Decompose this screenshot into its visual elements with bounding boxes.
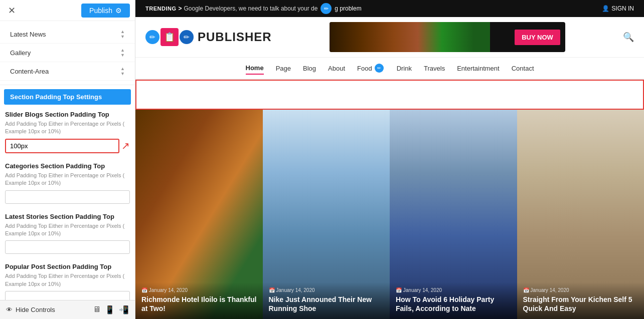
food-pencil-icon: ✏ [375,64,384,73]
sidebar-item-gallery[interactable]: Gallery ▲▼ [0,44,135,62]
search-icon[interactable]: 🔍 [623,32,634,43]
nav-food-label: Food [357,65,372,72]
nav-item-about[interactable]: About [328,63,345,74]
logo-pencil-icon: ✏ [145,30,159,44]
latest-stories-setting: Latest Stories Section Padding Top Add P… [5,213,130,254]
trending-bar: TRENDING > Google Developers, we need to… [135,0,644,17]
buy-now-button[interactable]: BUY NOW [515,30,560,45]
nav-item-food[interactable]: Food ✏ [357,62,385,75]
card-2-overlay: 📅 January 14, 2020 Nike Just Announed Th… [263,282,390,319]
card-4: 📅 January 14, 2020 Straight From Your Ki… [517,110,645,319]
bottom-bar: 👁 Hide Controls 🖥 📱 📲 [0,300,135,319]
red-bordered-section [135,80,644,110]
popular-post-setting: Popular Post Section Padding Top Add Pad… [5,263,130,300]
popular-post-input[interactable] [5,291,130,300]
sidebar-item-label: Content-Area [10,68,49,75]
slider-blogs-setting: Slider Blogs Section Padding Top Add Pad… [5,111,130,153]
nav-item-travels[interactable]: Travels [424,63,445,74]
nav-item-drink[interactable]: Drink [397,63,412,74]
card-3-title: How To Avoid 6 Holiday Party Fails, Acco… [396,295,511,313]
card-1-date: 📅 January 14, 2020 [141,287,257,293]
trending-suffix: g problem [335,5,361,12]
latest-stories-input[interactable] [5,240,130,254]
publish-label: Publish [89,7,112,15]
popular-post-title: Popular Post Section Padding Top [5,263,130,270]
person-icon: 👤 [602,5,609,12]
arrows-icon: ▲▼ [120,66,125,76]
nav-bar: Home Page Blog About Food ✏ Drink Travel… [135,58,644,80]
logo-icons: ✏ 📋 ✏ [145,28,194,46]
ad-banner: BUY NOW [330,22,565,52]
nav-item-page[interactable]: Page [276,63,291,74]
slider-blogs-input[interactable] [5,139,119,153]
left-panel: ✕ Publish ⚙ Latest News ▲▼ Gallery ▲▼ Co… [0,0,135,319]
sidebar-item-label: Gallery [10,49,31,57]
publisher-header: ✏ 📋 ✏ PUBLISHER BUY NOW 🔍 [135,17,644,58]
latest-stories-desc: Add Padding Top Either in Percentage or … [5,222,130,238]
arrow-indicator-icon: ↗ [121,140,130,152]
pencil-icon: ✏ [320,3,332,14]
logo-book-icon: 📋 [160,28,179,46]
card-1: 📅 January 14, 2020 Richmonde Hotel Iloil… [135,110,263,319]
logo-pencil2-icon: ✏ [180,30,194,44]
tablet-icon[interactable]: 📱 [105,305,115,314]
right-panel: TRENDING > Google Developers, we need to… [135,0,644,319]
slider-blogs-desc: Add Padding Top Either in Percentage or … [5,120,130,136]
categories-input[interactable] [5,190,130,204]
hide-controls-button[interactable]: 👁 Hide Controls [6,306,55,313]
card-2-title: Nike Just Announed Their New Running Sho… [269,295,384,313]
slider-blogs-title: Slider Blogs Section Padding Top [5,111,130,118]
nav-item-contact[interactable]: Contact [512,63,534,74]
section-padding-header: Section Padding Top Settings [4,89,131,105]
nav-item-blog[interactable]: Blog [303,63,316,74]
settings-content: Slider Blogs Section Padding Top Add Pad… [0,105,135,300]
close-button[interactable]: ✕ [5,4,19,17]
card-3: 📅 January 14, 2020 How To Avoid 6 Holida… [390,110,517,319]
desktop-icon[interactable]: 🖥 [93,305,101,314]
card-4-title: Straight From Your Kichen Self 5 Quick A… [523,295,638,313]
view-icons: 🖥 📱 📲 [93,305,129,314]
gear-icon: ⚙ [115,7,122,15]
sidebar-item-content-area[interactable]: Content-Area ▲▼ [0,62,135,81]
sign-in-link[interactable]: 👤 SIGN IN [602,5,634,12]
arrows-icon: ▲▼ [120,29,125,39]
ad-food-image [330,22,490,52]
sign-in-label: SIGN IN [611,5,634,12]
trending-arrow: > [178,5,182,12]
categories-title: Categories Section Padding Top [5,162,130,170]
trending-text: TRENDING > Google Developers, we need to… [145,3,362,14]
mobile-icon[interactable]: 📲 [119,305,129,314]
arrows-icon: ▲▼ [120,48,125,58]
card-4-overlay: 📅 January 14, 2020 Straight From Your Ki… [517,282,645,319]
card-3-date: 📅 January 14, 2020 [396,287,511,293]
categories-setting: Categories Section Padding Top Add Paddi… [5,162,130,204]
card-4-date: 📅 January 14, 2020 [523,287,638,293]
categories-desc: Add Padding Top Either in Percentage or … [5,172,130,187]
trending-label: TRENDING [145,6,176,12]
eye-icon: 👁 [6,306,13,313]
top-bar: ✕ Publish ⚙ [0,0,135,21]
latest-stories-title: Latest Stories Section Padding Top [5,213,130,220]
publisher-logo: ✏ 📋 ✏ PUBLISHER [145,28,272,46]
nav-item-entertaintment[interactable]: Entertaintment [457,63,500,74]
nav-item-home[interactable]: Home [246,62,264,75]
sidebar-nav: Latest News ▲▼ Gallery ▲▼ Content-Area ▲… [0,21,135,85]
sidebar-item-label: Latest News [10,31,46,38]
card-1-title: Richmonde Hotel Iloilo is Thankful at Tw… [141,295,257,313]
card-1-overlay: 📅 January 14, 2020 Richmonde Hotel Iloil… [135,282,263,319]
publish-button[interactable]: Publish ⚙ [81,4,130,18]
hide-controls-label: Hide Controls [16,306,55,313]
logo-text: PUBLISHER [198,30,272,44]
card-3-overlay: 📅 January 14, 2020 How To Avoid 6 Holida… [390,282,517,319]
card-2: 📅 January 14, 2020 Nike Just Announed Th… [263,110,390,319]
popular-post-desc: Add Padding Top Either in Percentage or … [5,272,130,288]
sidebar-item-latest-news[interactable]: Latest News ▲▼ [0,25,135,44]
cards-container: 📅 January 14, 2020 Richmonde Hotel Iloil… [135,110,644,319]
card-2-date: 📅 January 14, 2020 [269,287,384,293]
trending-message: Google Developers, we need to talk about… [184,5,317,12]
